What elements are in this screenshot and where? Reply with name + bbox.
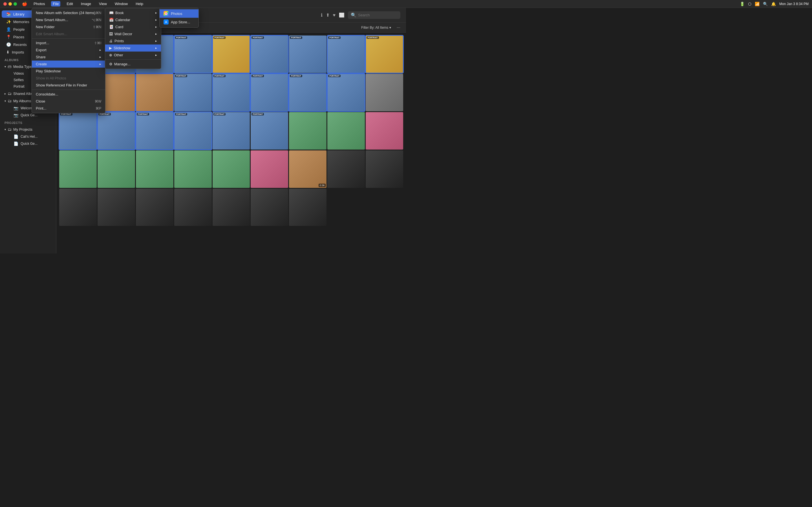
photo-thumbnail <box>174 151 212 188</box>
create-card[interactable]: 🃏Card ▸ <box>105 23 161 31</box>
menu-close[interactable]: Close ⌘W <box>32 98 105 105</box>
maximize-button[interactable] <box>13 2 17 6</box>
photo-cell[interactable]: PORTRAIT <box>174 112 212 150</box>
portrait-badge: PORTRAIT <box>175 36 188 39</box>
menu-edit[interactable]: Edit <box>65 1 74 6</box>
photo-cell[interactable]: PORTRAIT <box>213 112 250 150</box>
menu-new-folder[interactable]: New Folder ⇧⌘N <box>32 23 105 31</box>
photo-cell[interactable] <box>213 151 250 188</box>
photo-cell[interactable] <box>366 112 403 150</box>
chevron-down-icon: ▾ <box>4 65 6 68</box>
heart-icon[interactable]: ♥ <box>333 13 336 18</box>
create-wall-decor[interactable]: 🖼Wall Decor ▸ <box>105 31 161 38</box>
photo-cell[interactable] <box>174 151 212 188</box>
photo-cell[interactable]: PORTRAIT <box>213 36 250 73</box>
sidebar-item-cali[interactable]: 📄 Cali's Hel... <box>11 133 54 140</box>
photo-cell[interactable] <box>98 189 135 226</box>
info-icon[interactable]: ℹ <box>321 12 322 18</box>
photo-cell[interactable]: PORTRAIT <box>213 74 250 111</box>
photo-cell[interactable] <box>366 151 403 188</box>
photo-cell[interactable] <box>136 74 173 111</box>
photo-cell[interactable]: PORTRAIT <box>289 74 326 111</box>
menu-window[interactable]: Window <box>113 1 130 6</box>
photo-cell[interactable]: PORTRAIT <box>251 36 288 73</box>
chevron-down-icon-2: ▾ <box>4 100 6 103</box>
more-options-icon[interactable]: ··· <box>397 25 400 30</box>
photo-cell[interactable]: 0:36 <box>289 151 326 188</box>
photo-thumbnail <box>289 112 326 150</box>
create-manage[interactable]: ⚙Manage... <box>105 61 161 68</box>
menu-image[interactable]: Image <box>79 1 93 6</box>
photo-cell[interactable]: PORTRAIT <box>174 74 212 111</box>
search-input[interactable] <box>358 13 398 17</box>
media-types-label: Media Types <box>13 64 34 69</box>
menu-photos[interactable]: Photos <box>32 1 47 6</box>
photo-cell[interactable] <box>136 151 173 188</box>
minimize-button[interactable] <box>8 2 12 6</box>
menu-view[interactable]: View <box>97 1 109 6</box>
photo-thumbnail <box>213 189 250 226</box>
menu-create[interactable]: Create ▸ <box>32 61 105 68</box>
menu-help[interactable]: Help <box>134 1 145 6</box>
photo-cell[interactable]: PORTRAIT <box>289 36 326 73</box>
close-button[interactable] <box>3 2 7 6</box>
search-box[interactable]: 🔍 <box>348 11 400 19</box>
menu-show-in-finder[interactable]: Show Referenced File in Finder <box>32 82 105 89</box>
menu-import[interactable]: Import... ⇧⌘I <box>32 40 105 47</box>
photo-cell[interactable] <box>213 189 250 226</box>
photo-cell[interactable]: PORTRAIT <box>366 36 403 73</box>
create-other[interactable]: ⊕Other ▸ <box>105 52 161 59</box>
photo-cell[interactable] <box>327 151 365 188</box>
menu-share[interactable]: Share ▸ <box>32 54 105 61</box>
photo-cell[interactable]: PORTRAIT <box>327 74 365 111</box>
photo-cell[interactable] <box>251 151 288 188</box>
photo-cell[interactable]: PORTRAIT <box>136 112 173 150</box>
photo-cell[interactable] <box>98 151 135 188</box>
project-icon: 📄 <box>13 134 18 139</box>
chevron-right-icon: ▸ <box>4 92 6 95</box>
photo-cell[interactable] <box>136 189 173 226</box>
apple-logo-icon[interactable]: 🍎 <box>22 1 28 6</box>
photo-thumbnail <box>251 36 288 73</box>
create-prints[interactable]: 🖨Prints ▸ <box>105 38 161 45</box>
photo-thumbnail <box>366 74 403 111</box>
menu-consolidate[interactable]: Consolidate... <box>32 91 105 98</box>
photo-cell[interactable] <box>59 151 97 188</box>
menu-edit-smart-album: Edit Smart Album... <box>32 31 105 38</box>
photo-cell[interactable] <box>251 189 288 226</box>
photo-cell[interactable]: PORTRAIT <box>327 36 365 73</box>
create-slideshow[interactable]: ▶Slideshow ▸ <box>105 45 161 52</box>
photo-cell[interactable]: PORTRAIT <box>98 112 135 150</box>
photo-thumbnail <box>98 151 135 188</box>
photo-cell[interactable] <box>289 112 326 150</box>
imports-icon: ⬇ <box>6 50 10 54</box>
photo-cell[interactable]: PORTRAIT <box>251 112 288 150</box>
photo-cell[interactable] <box>289 189 326 226</box>
menu-file[interactable]: File <box>51 1 60 6</box>
menu-print[interactable]: Print... ⌘P <box>32 105 105 112</box>
portrait-badge: PORTRAIT <box>175 75 188 77</box>
memories-icon: ✨ <box>6 19 11 24</box>
photo-cell[interactable] <box>174 189 212 226</box>
photo-thumbnail <box>213 36 250 73</box>
menu-export[interactable]: Export ▸ <box>32 47 105 54</box>
create-calendar[interactable]: 📅Calendar ▸ <box>105 16 161 23</box>
create-book[interactable]: 📖Book ▸ <box>105 9 161 16</box>
menu-new-smart-album[interactable]: New Smart Album... ⌥⌘N <box>32 16 105 23</box>
photos-sub-appstore[interactable]: A App Store... <box>160 18 199 26</box>
photo-cell[interactable] <box>366 74 403 111</box>
photo-thumbnail <box>213 151 250 188</box>
menu-play-slideshow[interactable]: Play Slideshow <box>32 68 105 75</box>
sidebar-item-quick-ge2[interactable]: 📄 Quick Ge... <box>11 140 54 147</box>
photo-cell[interactable]: PORTRAIT <box>174 36 212 73</box>
frame-icon[interactable]: ⬜ <box>339 12 345 18</box>
my-projects-group[interactable]: ▾ 🗂 My Projects <box>0 126 56 133</box>
share-icon[interactable]: ⬆ <box>326 12 329 18</box>
photo-cell[interactable] <box>59 189 97 226</box>
photo-cell[interactable] <box>327 112 365 150</box>
sidebar-label-memories: Memories <box>13 20 29 24</box>
photos-sub-photos[interactable]: 🌸 Photos <box>160 9 199 18</box>
menu-new-album[interactable]: New Album with Selection (24 Items) ⌘N <box>32 9 105 16</box>
photo-cell[interactable]: PORTRAIT <box>251 74 288 111</box>
photo-cell[interactable]: PORTRAIT <box>59 112 97 150</box>
